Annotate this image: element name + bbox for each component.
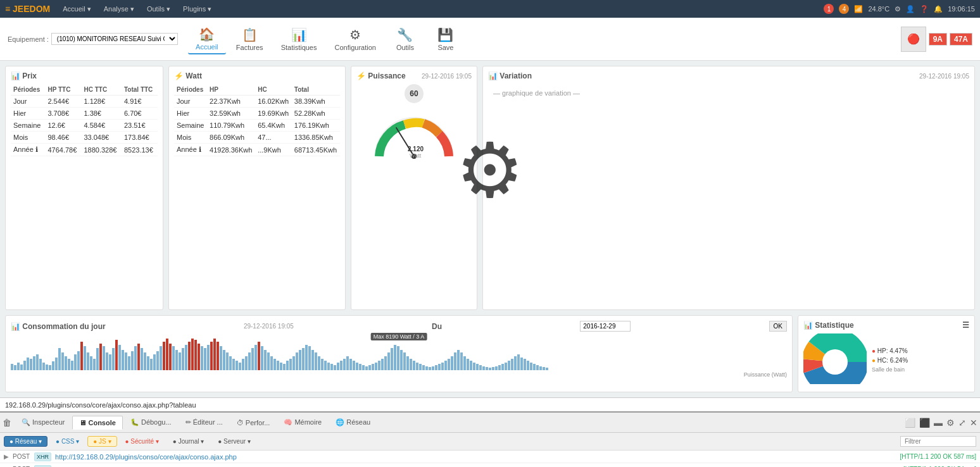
prix-title: 📊 Prix [11,72,37,80]
conso-card: 📊 Consommation du jour 29-12-2016 19:05 … [5,315,793,392]
stat-sdb-label: Salle de bain [872,366,908,373]
network-log[interactable]: ▶ POST XHR http://192.168.0.29/plugins/c… [0,451,980,467]
conso-date-input[interactable] [580,321,631,332]
chart-bar [505,363,507,370]
filter-journal[interactable]: ● Journal ▾ [167,436,210,447]
url-bar: 192.168.0.29/plugins/conso/core/ajax/con… [0,397,980,411]
factures-icon: 📋 [242,27,258,42]
prix-col-total: Total TTC [122,84,158,96]
filter-reseau[interactable]: ● Réseau ▾ [4,436,47,447]
chart-bar [115,340,118,370]
chart-bar [144,352,146,370]
equip-dropdown[interactable]: (1010) MONITORING RESEAU Suivi General [51,33,178,45]
filter-js[interactable]: ● JS ▾ [87,436,116,447]
chart-bar [61,352,64,370]
chart-bar [87,352,89,370]
devtools-right-icons: ⬜ ⬛ ▬ ⚙ ⤢ ✕ [905,418,977,428]
toolbar-outils-btn[interactable]: 🔧 Outils [386,25,424,54]
save-icon: 💾 [437,27,453,42]
log-row[interactable]: ▶ POST XHR http://192.168.0.29/plugins/c… [0,451,980,463]
variation-content: — graphique de variation — [488,84,969,102]
chart-bar [128,356,130,370]
devtools-tab-debugger[interactable]: 🐛 Débogu... [124,416,178,429]
chart-bar [489,368,491,370]
conso-y-label: Puissance (Watt) [11,371,787,378]
chart-bar [49,365,51,370]
svg-text:2.120: 2.120 [408,146,424,153]
toolbar-save-btn[interactable]: 💾 Save [427,25,465,54]
chart-bar [90,356,92,370]
devtools-tab-editor[interactable]: ✏ Éditeur ... [179,416,229,429]
devtools-tab-console[interactable]: 🖥 Console [72,416,122,430]
table-row: Année ℹ41928.36Kwh...9Kwh68713.45Kwh [174,144,340,156]
nav-outils[interactable]: Outils ▾ [142,4,175,15]
chart-bar [349,359,352,370]
devtools-tab-memory[interactable]: 🧠 Mémoire [277,416,328,429]
chart-bar [23,361,26,370]
chart-bar [147,356,149,370]
devtools-trash-icon[interactable]: 🗑 [3,418,11,428]
conso-ok-btn[interactable]: OK [769,321,787,332]
chart-bar [248,352,251,370]
log-row[interactable]: ▶ POST XHR http://192.168.0.29/plugins/c… [0,463,980,467]
variation-card: 📊 Variation 29-12-2016 19:05 — graphique… [482,66,975,310]
chart-bar [299,350,301,370]
devtools-tab-inspector[interactable]: 🔍 Inspecteur [15,416,71,429]
chart-bar [201,346,203,370]
chart-bar [460,352,463,370]
badge-47a[interactable]: 47A [950,33,972,46]
puissance-card: ⚡ Puissance 29-12-2016 19:05 60 2.120 [351,66,477,310]
filter-css[interactable]: ● CSS ▾ [50,436,85,447]
filter-serveur[interactable]: ● Serveur ▾ [212,436,256,447]
table-row: Année ℹ4764.78€1880.328€8523.13€ [11,144,158,156]
devtools-tab-network[interactable]: 🌐 Réseau [329,416,377,429]
filter-input[interactable] [900,436,976,447]
chart-bar [106,352,108,370]
toolbar-accueil-btn[interactable]: 🏠 Accueil [188,24,226,54]
temp-display: 24.8°C [868,5,889,13]
stat-menu-icon[interactable]: ☰ [962,321,969,330]
chart-bar [375,363,377,370]
log-expand-arrow[interactable]: ▶ [4,453,9,460]
chart-bar [223,350,225,370]
toolbar-factures-btn[interactable]: 📋 Factures [229,25,271,54]
badge-1[interactable]: 1 [824,4,834,14]
chart-bar [479,365,482,370]
watt-card: ⚡ Watt Périodes HP HC Total Jour22.37Kwh… [168,66,346,310]
chart-bar [381,359,384,370]
nav-analyse[interactable]: Analyse ▾ [99,4,139,15]
badge-2[interactable]: 4 [839,4,849,14]
user-icon[interactable]: 👤 [906,5,915,13]
help-icon[interactable]: ❓ [920,5,929,13]
devtools-gear-icon[interactable]: ⚙ [946,418,955,428]
chart-bar [476,364,479,370]
icon-box-1[interactable]: 🔴 [901,27,926,52]
chart-bar [175,350,178,370]
chart-bar [280,363,282,370]
settings-icon[interactable]: ⚙ [895,5,901,13]
bell-icon[interactable]: 🔔 [934,5,943,13]
devtools-close-icon[interactable]: ✕ [970,418,977,428]
table-row: Semaine110.79Kwh65.4Kwh176.19Kwh [174,120,340,132]
chart-bar [397,346,399,370]
chart-bar [340,361,342,370]
nav-plugins[interactable]: Plugins ▾ [178,4,217,15]
chart-bar [286,361,289,370]
devtools-dock-icon[interactable]: ⬛ [919,418,930,428]
toolbar-stats-btn[interactable]: 📊 Statistiques [273,25,325,54]
devtools-split-icon[interactable]: ⬜ [905,418,915,428]
devtools-tab-perf[interactable]: ⏱ Perfor... [230,416,277,429]
filter-securite[interactable]: ● Sécurité ▾ [120,436,165,447]
save-label: Save [437,44,453,51]
watt-table: Périodes HP HC Total Jour22.37Kwh16.02Kw… [174,84,340,156]
devtools-expand-icon[interactable]: ⤢ [958,418,966,428]
badge-9a[interactable]: 9A [929,33,947,46]
toolbar-config-btn[interactable]: ⚙ Configuration [327,25,384,54]
log-url[interactable]: http://192.168.0.29/plugins/conso/core/a… [55,453,896,461]
chart-bar [334,365,336,370]
chart-bar [441,363,444,370]
devtools-panel-icon[interactable]: ▬ [934,418,943,428]
chart-bar [444,361,447,370]
prix-col-hp: HP TTC [45,84,81,96]
nav-accueil[interactable]: Accueil ▾ [58,4,96,15]
